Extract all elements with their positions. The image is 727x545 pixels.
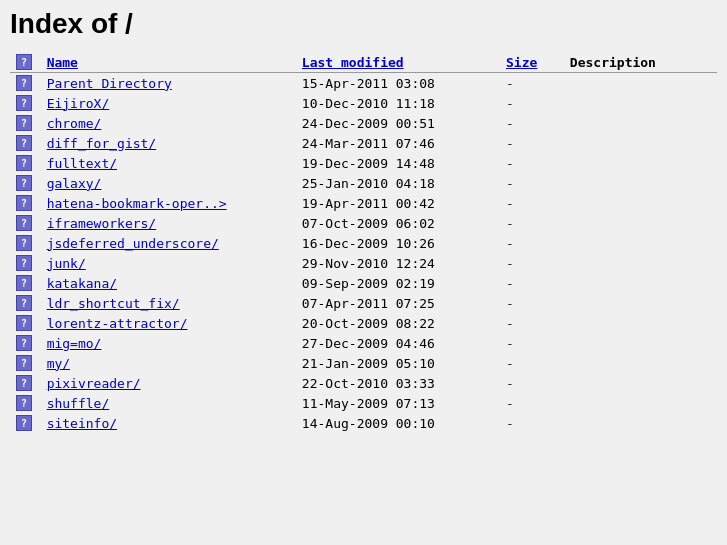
file-icon: ? (16, 315, 32, 331)
row-description (564, 193, 717, 213)
size-sort-link[interactable]: Size (506, 55, 537, 70)
table-row: ?junk/29-Nov-2010 12:24- (10, 253, 717, 273)
table-row: ?siteinfo/14-Aug-2009 00:10- (10, 413, 717, 433)
row-name[interactable]: pixivreader/ (41, 373, 296, 393)
row-name[interactable]: my/ (41, 353, 296, 373)
row-name[interactable]: EijiroX/ (41, 93, 296, 113)
file-link[interactable]: ldr_shortcut_fix/ (47, 296, 180, 311)
file-link[interactable]: EijiroX/ (47, 96, 110, 111)
file-link[interactable]: hatena-bookmark-oper..> (47, 196, 227, 211)
row-icon-cell: ? (10, 73, 41, 94)
file-link[interactable]: chrome/ (47, 116, 102, 131)
table-row: ?lorentz-attractor/20-Oct-2009 08:22- (10, 313, 717, 333)
row-icon-cell: ? (10, 393, 41, 413)
file-icon: ? (16, 95, 32, 111)
row-icon-cell: ? (10, 333, 41, 353)
name-sort-link[interactable]: Name (47, 55, 78, 70)
col-header-description: Description (564, 52, 717, 73)
row-name[interactable]: lorentz-attractor/ (41, 313, 296, 333)
row-description (564, 73, 717, 94)
file-link[interactable]: fulltext/ (47, 156, 117, 171)
description-label: Description (570, 55, 656, 70)
row-name[interactable]: diff_for_gist/ (41, 133, 296, 153)
file-link[interactable]: jsdeferred_underscore/ (47, 236, 219, 251)
modified-sort-link[interactable]: Last modified (302, 55, 404, 70)
table-row: ?mig=mo/27-Dec-2009 04:46- (10, 333, 717, 353)
file-link[interactable]: siteinfo/ (47, 416, 117, 431)
row-name[interactable]: fulltext/ (41, 153, 296, 173)
row-size: - (500, 293, 564, 313)
row-icon-cell: ? (10, 113, 41, 133)
row-icon-cell: ? (10, 173, 41, 193)
row-name[interactable]: jsdeferred_underscore/ (41, 233, 296, 253)
row-date: 27-Dec-2009 04:46 (296, 333, 500, 353)
table-row: ?EijiroX/10-Dec-2010 11:18- (10, 93, 717, 113)
row-name[interactable]: katakana/ (41, 273, 296, 293)
row-size: - (500, 273, 564, 293)
row-description (564, 153, 717, 173)
file-icon: ? (16, 235, 32, 251)
row-name[interactable]: siteinfo/ (41, 413, 296, 433)
table-row: ?ldr_shortcut_fix/07-Apr-2011 07:25- (10, 293, 717, 313)
row-date: 14-Aug-2009 00:10 (296, 413, 500, 433)
row-size: - (500, 333, 564, 353)
file-icon: ? (16, 355, 32, 371)
row-description (564, 133, 717, 153)
row-icon-cell: ? (10, 133, 41, 153)
table-row: ?hatena-bookmark-oper..>19-Apr-2011 00:4… (10, 193, 717, 213)
file-link[interactable]: pixivreader/ (47, 376, 141, 391)
file-link[interactable]: galaxy/ (47, 176, 102, 191)
file-icon: ? (16, 135, 32, 151)
header-icon: ? (16, 54, 32, 70)
row-description (564, 373, 717, 393)
row-name[interactable]: hatena-bookmark-oper..> (41, 193, 296, 213)
col-header-size[interactable]: Size (500, 52, 564, 73)
file-link[interactable]: diff_for_gist/ (47, 136, 157, 151)
row-date: 07-Apr-2011 07:25 (296, 293, 500, 313)
col-header-name[interactable]: Name (41, 52, 296, 73)
table-row: ?chrome/24-Dec-2009 00:51- (10, 113, 717, 133)
row-size: - (500, 393, 564, 413)
row-icon-cell: ? (10, 253, 41, 273)
file-link[interactable]: katakana/ (47, 276, 117, 291)
file-link[interactable]: my/ (47, 356, 70, 371)
file-link[interactable]: iframeworkers/ (47, 216, 157, 231)
row-date: 15-Apr-2011 03:08 (296, 73, 500, 94)
row-name[interactable]: junk/ (41, 253, 296, 273)
row-icon-cell: ? (10, 293, 41, 313)
row-date: 10-Dec-2010 11:18 (296, 93, 500, 113)
file-icon: ? (16, 75, 32, 91)
row-icon-cell: ? (10, 93, 41, 113)
row-size: - (500, 93, 564, 113)
file-icon: ? (16, 255, 32, 271)
col-header-modified[interactable]: Last modified (296, 52, 500, 73)
row-size: - (500, 353, 564, 373)
file-icon: ? (16, 115, 32, 131)
file-icon: ? (16, 295, 32, 311)
file-link[interactable]: junk/ (47, 256, 86, 271)
row-name[interactable]: shuffle/ (41, 393, 296, 413)
row-name[interactable]: Parent Directory (41, 73, 296, 94)
row-icon-cell: ? (10, 153, 41, 173)
file-link[interactable]: shuffle/ (47, 396, 110, 411)
file-icon: ? (16, 215, 32, 231)
row-icon-cell: ? (10, 313, 41, 333)
table-row: ?iframeworkers/07-Oct-2009 06:02- (10, 213, 717, 233)
row-date: 19-Dec-2009 14:48 (296, 153, 500, 173)
row-icon-cell: ? (10, 273, 41, 293)
file-link[interactable]: lorentz-attractor/ (47, 316, 188, 331)
row-description (564, 313, 717, 333)
file-icon: ? (16, 395, 32, 411)
row-date: 24-Mar-2011 07:46 (296, 133, 500, 153)
row-name[interactable]: mig=mo/ (41, 333, 296, 353)
row-size: - (500, 173, 564, 193)
row-size: - (500, 233, 564, 253)
row-name[interactable]: ldr_shortcut_fix/ (41, 293, 296, 313)
row-name[interactable]: chrome/ (41, 113, 296, 133)
file-link[interactable]: Parent Directory (47, 76, 172, 91)
file-link[interactable]: mig=mo/ (47, 336, 102, 351)
row-name[interactable]: galaxy/ (41, 173, 296, 193)
row-name[interactable]: iframeworkers/ (41, 213, 296, 233)
file-icon: ? (16, 195, 32, 211)
row-icon-cell: ? (10, 213, 41, 233)
